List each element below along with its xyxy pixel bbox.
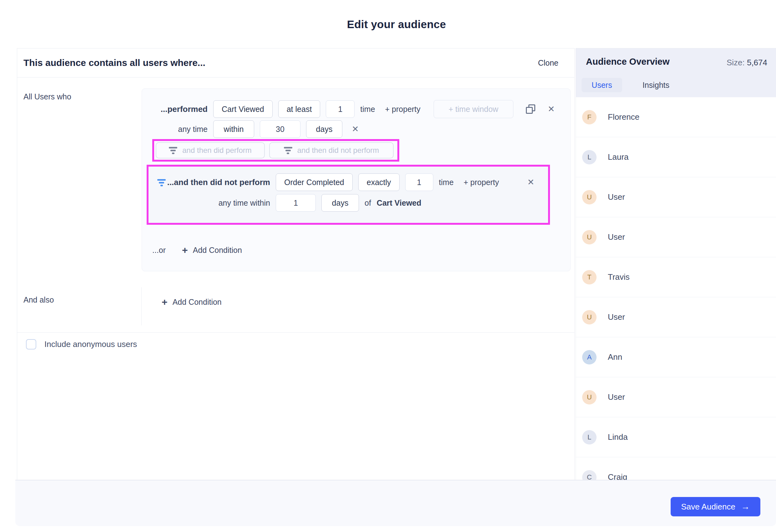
user-name: Ann [608,352,622,362]
user-row[interactable]: AAnn [576,337,776,377]
clone-button[interactable]: Clone [538,58,558,67]
sidebar-title: Audience Overview [586,57,670,67]
sub-timeframe-unit-select[interactable]: days [322,194,359,212]
duplicate-condition-icon[interactable] [526,104,535,114]
audience-size: Size: 5,674 [727,58,767,67]
performed-label: ...performed [142,104,208,114]
and-then-did-perform-label: and then did perform [182,146,251,155]
and-also-divider [141,287,142,325]
within-select[interactable]: within [213,120,254,138]
user-name: Craig [608,472,627,480]
user-row[interactable]: CCraig [576,457,776,480]
highlight-box-sub-condition: ...and then did not perform Order Comple… [147,165,550,225]
user-name: Linda [608,432,628,442]
and-then-did-not-perform-button[interactable]: and then did not perform [269,142,394,159]
avatar: L [582,150,597,165]
of-event-label: Cart Viewed [377,199,421,208]
avatar: C [582,470,597,480]
user-row[interactable]: UUser [576,297,776,337]
include-anonymous-checkbox[interactable] [26,339,36,349]
include-anonymous-row: Include anonymous users [26,339,137,349]
count-input[interactable] [326,100,355,118]
event-select[interactable]: Cart Viewed [213,100,272,118]
sub-add-property-button[interactable]: + property [464,178,499,187]
time-label: time [360,105,375,114]
sub-condition-label: ...and then did not perform [149,178,270,187]
user-row[interactable]: UUser [576,177,776,217]
sub-any-time-within-label: any time within [149,199,270,208]
user-row[interactable]: FFlorence [576,97,776,137]
and-also-label: And also [23,295,54,304]
user-row[interactable]: TTravis [576,257,776,297]
plus-icon: + [162,297,168,307]
operator-select[interactable]: at least [278,100,321,118]
sub-condition-timeframe-row: any time within days of Cart Viewed [149,194,548,212]
avatar: U [582,310,597,324]
avatar: U [582,190,597,205]
avatar: T [582,270,597,284]
filter-icon [284,147,292,154]
sub-count-input[interactable] [405,174,433,191]
size-label: Size: [727,58,745,67]
sub-condition-row: ...and then did not perform Order Comple… [149,174,548,191]
user-row[interactable]: UUser [576,217,776,257]
timeframe-value-input[interactable] [260,120,301,138]
page-title: Edit your audience [17,18,776,31]
footer-bar: Save Audience → [15,480,776,526]
condition-row-performed: ...performed Cart Viewed at least time +… [142,100,570,118]
user-name: Laura [608,152,629,162]
plus-icon: + [182,245,188,255]
any-time-label: any time [142,125,208,134]
user-name: User [608,192,625,202]
audience-editor-panel: This audience contains all users where..… [17,48,575,480]
sub-event-select[interactable]: Order Completed [276,174,353,191]
user-name: Florence [608,112,639,122]
avatar: L [582,430,597,445]
sidebar-header: Audience Overview Size: 5,674 Users Insi… [576,48,776,97]
user-row[interactable]: LLaura [576,137,776,177]
user-row[interactable]: LLinda [576,417,776,457]
condition-row-timeframe: any time within days ✕ [142,120,570,138]
remove-timeframe-icon[interactable]: ✕ [352,125,359,134]
user-list: FFlorenceLLauraUUserUUserTTravisUUserAAn… [576,97,776,480]
editor-header: This audience contains all users where..… [17,48,574,77]
avatar: U [582,390,597,405]
user-name: User [608,232,625,242]
user-name: Travis [608,272,630,282]
add-condition-label: Add Condition [193,246,242,255]
timeframe-unit-select[interactable]: days [306,120,342,138]
avatar: U [582,230,597,244]
editor-heading: This audience contains all users where..… [23,57,205,68]
tab-insights[interactable]: Insights [637,78,675,92]
avatar: F [582,110,597,124]
of-label: of [365,199,371,208]
save-audience-button[interactable]: Save Audience → [670,497,760,516]
audience-overview-sidebar: Audience Overview Size: 5,674 Users Insi… [576,48,776,480]
sub-timeframe-value-input[interactable] [276,194,316,212]
arrow-right-icon: → [741,502,750,511]
include-anonymous-label: Include anonymous users [44,339,137,349]
remove-condition-icon[interactable]: ✕ [548,105,555,113]
filter-icon [169,147,177,154]
time-window-placeholder[interactable]: + time window [434,100,513,118]
add-condition-label: Add Condition [173,298,222,307]
add-condition-button[interactable]: + Add Condition [182,245,242,255]
or-add-condition-row: ...or + Add Condition [152,245,242,255]
highlight-box-ghost-buttons: and then did perform and then did not pe… [152,139,399,162]
sub-operator-select[interactable]: exactly [358,174,400,191]
user-row[interactable]: UUser [576,377,776,417]
user-name: User [608,392,625,402]
sub-remove-condition-icon[interactable]: ✕ [527,178,534,187]
and-then-did-perform-button[interactable]: and then did perform [156,142,265,159]
tab-users[interactable]: Users [582,78,622,92]
and-also-add-condition-button[interactable]: + Add Condition [162,297,222,307]
avatar: A [582,350,597,364]
user-name: User [608,312,625,322]
sub-time-label: time [439,178,454,187]
save-audience-label: Save Audience [681,502,735,512]
add-property-button[interactable]: + property [385,105,420,114]
condition-card: ...performed Cart Viewed at least time +… [142,88,571,271]
size-value: 5,674 [747,58,767,67]
and-then-did-not-perform-label: and then did not perform [297,146,379,155]
or-label: ...or [152,246,166,255]
